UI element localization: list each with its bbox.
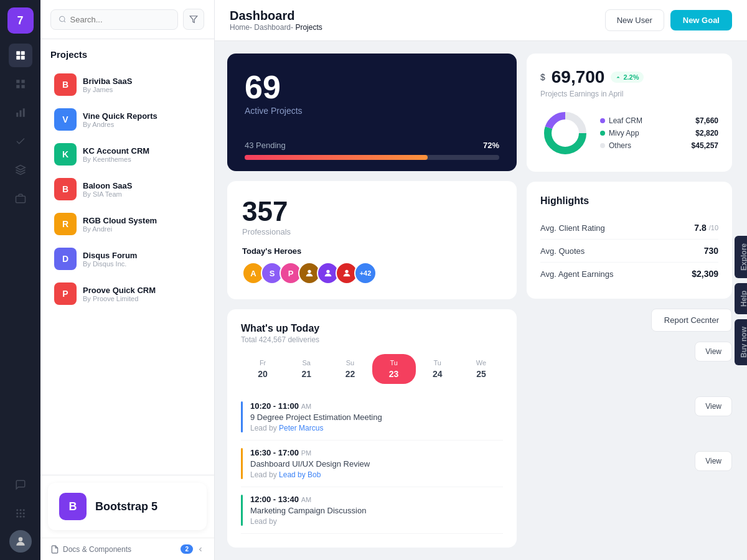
bootstrap-label: Bootstrap 5 [95, 500, 157, 513]
view-button-3[interactable]: View [695, 451, 732, 471]
highlight-val-2: $2,309 [682, 269, 718, 279]
sidebar-item-rgb[interactable]: R RGB Cloud System By Andrei [50, 208, 204, 240]
svg-point-19 [16, 516, 18, 518]
sidebar-item-vine[interactable]: V Vine Quick Reports By Andres [50, 103, 204, 136]
day-cell-25[interactable]: We25 [459, 354, 503, 384]
top-actions: New User New Goal [605, 9, 732, 31]
page-title: Dashboard [230, 9, 322, 23]
highlight-sub-0: /10 [709, 224, 718, 231]
svg-rect-4 [16, 80, 19, 83]
side-tab-help[interactable]: Help [735, 283, 747, 314]
legend-item-1: Mivy App [600, 129, 682, 138]
nav-check-icon[interactable] [9, 129, 32, 153]
trend-arrow-2 [682, 270, 689, 278]
search-input[interactable] [70, 15, 170, 24]
svg-rect-1 [21, 51, 24, 55]
svg-rect-2 [16, 56, 20, 60]
legend-dot-0 [600, 118, 605, 123]
day-cell-24[interactable]: Tu24 [416, 354, 459, 384]
event-lead-link-1[interactable]: Lead by Bob [279, 470, 321, 479]
svg-rect-3 [21, 56, 24, 60]
svg-rect-6 [16, 85, 19, 88]
sidebar-item-baloon[interactable]: B Baloon SaaS By SIA Team [50, 173, 204, 205]
highlight-val-1: 730 [694, 246, 718, 256]
legend-val-0: $7,660 [692, 116, 718, 125]
top-bar: Dashboard Home- Dashboard- Projects New … [215, 0, 747, 41]
breadcrumb-nav: Home- Dashboard- Projects [230, 23, 322, 32]
nav-dashboard-icon[interactable] [9, 44, 32, 67]
project-by-kc: By Keenthemes [83, 156, 149, 163]
highlight-row-2: Avg. Agent Earnings $2,309 [540, 263, 718, 285]
svg-point-16 [16, 513, 18, 515]
highlight-label-1: Avg. Quotes [540, 246, 585, 256]
day-cell-20[interactable]: Fr20 [241, 354, 284, 384]
side-tab-buy-now[interactable]: Buy now [735, 319, 747, 365]
sidebar-item-proove[interactable]: P Proove Quick CRM By Proove Limited [50, 278, 204, 310]
svg-rect-7 [21, 85, 24, 88]
earnings-period: Projects Earnings in April [540, 90, 718, 98]
new-goal-button[interactable]: New Goal [670, 10, 732, 30]
project-name-rgb: RGB Cloud System [83, 216, 157, 225]
donut-chart [540, 108, 590, 158]
heroes-more-badge: +42 [354, 262, 377, 284]
filter-button[interactable] [183, 9, 204, 30]
project-icon-proove: P [54, 282, 77, 305]
nav-apps-icon[interactable] [9, 502, 32, 525]
sidebar-item-briviba[interactable]: B Briviba SaaS By James [50, 68, 204, 101]
sidebar-item-kc[interactable]: K KC Account CRM By Keenthemes [50, 138, 204, 170]
event-content-0: 10:20 - 11:00 AM 9 Degree Project Estima… [250, 401, 382, 432]
project-icon-briviba: B [54, 73, 77, 96]
day-cell-23[interactable]: Tu23 [372, 354, 416, 384]
nav-message-icon[interactable] [9, 473, 32, 497]
highlight-value-1: 730 [704, 246, 718, 256]
project-icon-disqus: D [54, 248, 77, 270]
event-content-1: 16:30 - 17:00 PM Dashboard UI/UX Design … [250, 448, 370, 479]
report-center-button[interactable]: Report Cecnter [651, 309, 732, 332]
side-tab-explore[interactable]: Explore [735, 236, 747, 278]
user-avatar[interactable] [9, 530, 32, 553]
svg-rect-0 [16, 51, 20, 55]
bootstrap-card[interactable]: B Bootstrap 5 [48, 483, 207, 530]
svg-point-28 [345, 270, 348, 273]
event-content-2: 12:00 - 13:40 AM Marketing Campaign Disc… [250, 495, 366, 526]
docs-badge: 2 [181, 544, 193, 554]
svg-marker-11 [16, 166, 25, 170]
highlight-value-2: $2,309 [692, 269, 718, 279]
event-time-0: 10:20 - 11:00 AM [250, 401, 382, 411]
project-icon-kc: K [54, 143, 77, 166]
schedule-title: What's up Today [241, 323, 319, 334]
legend: Leaf CRMMivy AppOthers [600, 116, 682, 150]
earnings-amount: 69,700 [552, 67, 605, 87]
highlight-value-0: 7.8 [694, 223, 706, 233]
search-box[interactable] [50, 9, 178, 30]
user-number-badge[interactable]: 7 [7, 7, 34, 34]
new-user-button[interactable]: New User [605, 9, 664, 31]
report-section: Report Cecnter [527, 309, 732, 332]
nav-chart-icon[interactable] [9, 101, 32, 124]
day-cell-21[interactable]: Sa21 [284, 354, 328, 384]
highlight-label-0: Avg. Client Rating [540, 223, 605, 233]
nav-briefcase-icon[interactable] [9, 187, 32, 210]
nav-layers-icon[interactable] [9, 158, 32, 182]
day-cell-22[interactable]: Su22 [328, 354, 372, 384]
svg-point-13 [16, 509, 18, 511]
breadcrumb: Dashboard Home- Dashboard- Projects [230, 9, 322, 32]
view-button-2[interactable]: View [695, 396, 732, 416]
event-lead-link-0[interactable]: Peter Marcus [279, 424, 323, 432]
sidebar-item-disqus[interactable]: D Disqus Forum By Disqus Inc. [50, 243, 204, 275]
event-name-0: 9 Degree Project Estimation Meeting [250, 413, 382, 422]
project-name-vine: Vine Quick Reports [83, 111, 157, 121]
svg-rect-9 [19, 110, 21, 117]
docs-row[interactable]: Docs & Components 2 [40, 538, 214, 560]
days-row[interactable]: Fr20Sa21Su22Tu23Tu24We25 [241, 354, 503, 384]
project-name-disqus: Disqus Forum [83, 251, 137, 260]
project-info-rgb: RGB Cloud System By Andrei [83, 216, 157, 233]
event-line-0 [241, 401, 243, 432]
legend-dot-1 [600, 131, 605, 136]
event-name-1: Dashboard UI/UX Design Review [250, 459, 370, 469]
events-list: 10:20 - 11:00 AM 9 Degree Project Estima… [241, 394, 503, 534]
progress-bar-fill [245, 155, 428, 160]
nav-grid-icon[interactable] [9, 72, 32, 96]
svg-point-23 [60, 16, 65, 21]
view-button-1[interactable]: View [695, 342, 732, 362]
